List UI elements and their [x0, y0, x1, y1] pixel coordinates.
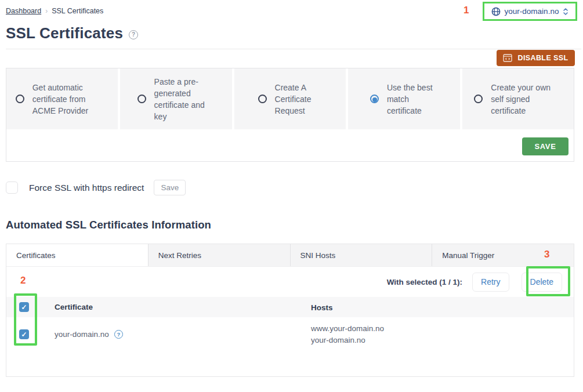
certificates-table: Certificates Next Retries SNI Hosts Manu…	[6, 244, 574, 377]
breadcrumb-separator-icon: ›	[45, 7, 48, 15]
col-header-sni-hosts[interactable]: SNI Hosts	[290, 244, 432, 266]
with-selected-row: With selected (1 / 1): Retry Delete	[6, 267, 574, 297]
ssl-option-self-signed[interactable]: Create your own self signed certificate	[462, 68, 574, 129]
ssl-options-panel: Get automatic certificate from ACME Prov…	[6, 68, 574, 162]
radio-acme[interactable]	[16, 95, 24, 103]
page-title-help-icon[interactable]: ?	[129, 30, 138, 39]
breadcrumb: Dashboard › SSL Certificates	[6, 7, 103, 15]
browser-code-icon	[503, 54, 512, 62]
force-ssl-label: Force SSL with https redirect	[29, 183, 144, 193]
with-selected-label: With selected (1 / 1):	[387, 278, 462, 286]
ssl-option-acme[interactable]: Get automatic certificate from ACME Prov…	[6, 68, 118, 129]
annotation-number-2: 2	[20, 275, 26, 286]
sub-header-row: ✓ Certificate Hosts	[6, 297, 574, 317]
breadcrumb-dashboard-link[interactable]: Dashboard	[6, 7, 41, 15]
radio-best-match[interactable]	[370, 95, 379, 103]
ssl-certificates-page: Dashboard › SSL Certificates 1 your-doma…	[0, 0, 583, 392]
automated-certs-section-title: Automated SSL Certificates Information	[6, 219, 211, 231]
ssl-option-csr[interactable]: Create A Certificate Request	[234, 68, 346, 129]
radio-csr[interactable]	[258, 95, 267, 103]
ssl-option-best-match[interactable]: Use the best match certificate	[348, 68, 459, 129]
disable-ssl-button[interactable]: DISABLE SSL	[497, 50, 575, 66]
col-header-certificates[interactable]: Certificates	[6, 244, 148, 266]
ssl-option-label: Create A Certificate Request	[275, 82, 323, 117]
row-checkbox[interactable]: ✓	[19, 329, 29, 339]
retry-button[interactable]: Retry	[472, 273, 509, 292]
select-all-checkbox[interactable]: ✓	[19, 302, 29, 312]
certificate-name: your-domain.no	[55, 330, 109, 339]
domain-selector-value: your-domain.no	[505, 7, 559, 16]
table-header-row: Certificates Next Retries SNI Hosts Manu…	[6, 244, 574, 267]
radio-self-signed[interactable]	[474, 95, 483, 103]
globe-icon	[491, 7, 501, 16]
delete-button[interactable]: Delete	[522, 273, 562, 292]
ssl-option-label: Create your own self signed certificate	[491, 82, 562, 117]
save-button[interactable]: SAVE	[522, 137, 568, 155]
col-header-manual-trigger[interactable]: Manual Trigger	[432, 244, 574, 266]
ssl-option-label: Use the best match certificate	[387, 82, 438, 117]
annotation-number-1: 1	[463, 5, 469, 16]
ssl-option-label: Get automatic certificate from ACME Prov…	[32, 82, 109, 117]
domain-selector[interactable]: your-domain.no	[483, 2, 577, 21]
sub-header-hosts: Hosts	[311, 303, 333, 312]
page-title: SSL Certificates	[6, 24, 123, 42]
ssl-option-paste[interactable]: Paste a pre-generated certificate and ke…	[120, 68, 231, 129]
breadcrumb-current: SSL Certificates	[52, 7, 103, 15]
title-divider	[6, 49, 581, 49]
certificate-row: ✓ your-domain.no ? www.your-domain.no yo…	[6, 317, 574, 351]
host-entry: your-domain.no	[311, 335, 574, 346]
certificate-help-icon[interactable]: ?	[114, 330, 123, 339]
annotation-number-3: 3	[544, 249, 549, 260]
radio-paste[interactable]	[137, 95, 146, 103]
chevron-updown-icon	[563, 8, 568, 16]
disable-ssl-label: DISABLE SSL	[517, 54, 568, 62]
sub-header-certificate: Certificate	[55, 303, 93, 311]
ssl-option-label: Paste a pre-generated certificate and ke…	[154, 76, 215, 122]
host-entry: www.your-domain.no	[311, 323, 574, 335]
col-header-next-retries[interactable]: Next Retries	[148, 244, 290, 266]
force-ssl-checkbox[interactable]	[6, 182, 18, 194]
force-ssl-row: Force SSL with https redirect Save	[6, 180, 186, 195]
force-ssl-save-button[interactable]: Save	[154, 180, 186, 195]
